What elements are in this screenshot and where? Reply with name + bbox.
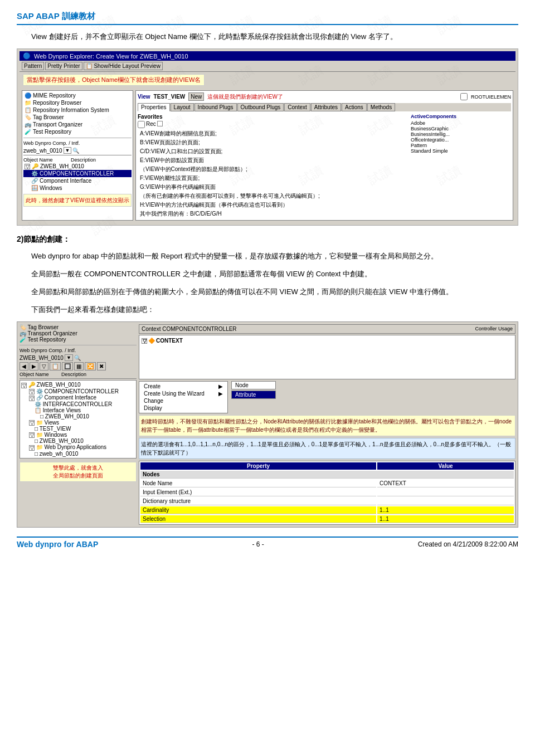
ss2-tree-tag[interactable]: 🏷️ Tag Browser (20, 324, 137, 330)
comp-dropdown[interactable]: ▼ (64, 147, 72, 154)
fav-check1[interactable] (138, 121, 145, 128)
ss2-wdapp[interactable]: □ zweb_wh_0010 (21, 451, 135, 457)
ss2-zweb-root[interactable]: ▽ 🔑 ZWEB_WH_0010 (21, 382, 135, 388)
toolbar-btn-showhide[interactable]: 📋 Show/Hide Layout Preview (84, 62, 163, 70)
fav-item-b: B:VIEW頁面設計的頁面; (138, 138, 408, 147)
obj-label: Object Name (23, 157, 53, 163)
favorites-title: Favorites (138, 114, 408, 120)
ss2-tb1[interactable]: ◀ (20, 362, 28, 370)
tree-tag[interactable]: 🏷️ Tag Browser (23, 114, 132, 121)
ss2-expand2[interactable]: ▽ (29, 389, 35, 394)
tab-inbound[interactable]: Inbound Plugs (194, 103, 237, 111)
toolbar-btn-pretty[interactable]: Pretty Printer (45, 62, 82, 70)
sub-wizard-attribute[interactable]: Attribute (232, 391, 275, 398)
tree-compintf[interactable]: 🔗 Component Interface (23, 177, 132, 184)
tab-attributes[interactable]: Attributes (311, 103, 341, 111)
comp-bizgraphic: BusinessGraphic (411, 126, 511, 131)
ss2-comp-row: ZWEB_WH_0010 ▼ 🔍 (20, 354, 137, 361)
context-root[interactable]: ▽ 🔶 CONTEXT (140, 336, 514, 345)
ss2-compctrl[interactable]: ▽ ⚙️ COMPONENTCONTROLLER (21, 388, 135, 394)
comp-label: Web Dynpro Comp. / Intf. (23, 140, 132, 146)
comp-row: zweb_wh_0010 ▼ 🔍 (23, 147, 132, 154)
menu-create-wizard[interactable]: Create Using the Wizard ▶ (140, 390, 226, 397)
prop-selection-val: 1..1 (377, 515, 514, 523)
ss2-right: Controller Usage Context COMPONENTCONTRO… (139, 324, 515, 525)
expand-icon[interactable]: ▽ (25, 164, 30, 169)
tab-properties[interactable]: Properties (138, 103, 170, 111)
ss2-zweb-win[interactable]: □ ZWEB_WH_0010 (21, 438, 135, 444)
rootuielem-checkbox[interactable] (460, 93, 468, 100)
ss2-testview[interactable]: □ TEST_VIEW (21, 426, 135, 432)
context-expand[interactable]: ▽ (142, 338, 147, 344)
ss2-intfviews[interactable]: 📋 Interface Views (21, 407, 135, 413)
favorites-panel: Favorites Rec A:VIEW創建時的相關信息頁面; B:VIEW頁面… (138, 114, 408, 218)
ss2-tree-test[interactable]: 🧪 Test Repository (20, 336, 137, 343)
ss2-desc-label: Description (61, 372, 86, 377)
sub-create-node[interactable]: Node (232, 382, 275, 389)
windows-icon: 🪟 (31, 185, 38, 191)
ss2-views[interactable]: ▽ 📁 Views (21, 420, 135, 426)
tab-actions[interactable]: Actions (342, 103, 367, 111)
menu-change-label: Change (144, 398, 163, 404)
tree-test[interactable]: 🧪 Test Repository (23, 128, 132, 135)
tree-zweb[interactable]: ▽ 🔑 ZWEB_WH_0010 (23, 163, 132, 170)
tree-mime[interactable]: 🔵 MIME Repository (23, 92, 132, 99)
ss2-tb3[interactable]: ▽ (40, 362, 48, 370)
ss2-comp-dropdown[interactable]: ▼ (65, 354, 73, 361)
ss2-toolbar-row: ◀ ▶ ▽ 📋 🔲 ▦ 🔀 ✖ (20, 362, 137, 370)
tree-repo[interactable]: 📁 Repository Browser (23, 99, 132, 106)
ss2-expand1[interactable]: ▽ (21, 383, 27, 388)
section2-text1: Web dynpro for abap 中的節點就和一般 Report 程式中的… (17, 250, 518, 262)
screenshot-1: 🔵 Web Dynpro Explorer: Create View for Z… (17, 48, 518, 226)
ss1-titlebar: 🔵 Web Dynpro Explorer: Create View for Z… (20, 51, 515, 61)
comp-search-icon[interactable]: 🔍 (72, 148, 79, 154)
menu-wizard-arrow: ▶ (218, 391, 223, 397)
ss2-tb7[interactable]: 🔀 (85, 362, 96, 370)
ss2-expand3[interactable]: ▽ (29, 396, 35, 401)
screenshot-2: 🏷️ Tag Browser 🚌 Transport Organizer 🧪 T… (17, 321, 518, 528)
tree-compctrl[interactable]: ⚙️ COMPONENTCONTROLLER (23, 170, 132, 177)
ss2-wdapps[interactable]: ▽ 📁 Web Dynpro Applications (21, 444, 135, 450)
view-new-btn[interactable]: New (188, 92, 204, 101)
footer-right: Created on 4/21/2009 8:22:00 AM (418, 540, 518, 548)
ss2-expand4[interactable]: ▽ (29, 420, 35, 426)
component-list: ActiveComponents Adobe BusinessGraphic B… (411, 114, 511, 218)
ss2-intfctrl[interactable]: ⚙️ INTERFACECONTROLLER (21, 401, 135, 407)
controller-usage-label: Controller Usage (475, 326, 513, 331)
col-property: Property (140, 462, 376, 470)
section2-text2: 全局節點一般在 COMPONENTCONTROLLER 之中創建，局部節點通常在… (17, 268, 518, 280)
ss1-body: 🔵 MIME Repository 📁 Repository Browser 📋… (20, 88, 515, 223)
ss2-tb6[interactable]: ▦ (74, 362, 84, 370)
ss2-compintf[interactable]: ▽ 🔗 Component Interface (21, 394, 135, 401)
ss2-windows[interactable]: ▽ 📁 Windows (21, 432, 135, 438)
ss2-intfviews-icon: 📋 (35, 407, 41, 413)
menu-display[interactable]: Display (140, 404, 226, 412)
rootuielem-label: ROOTUIELEMEN (471, 94, 511, 100)
tree-repoinfo[interactable]: 📋 Repository Information System (23, 106, 132, 114)
ss1-toolbar: Pattern Pretty Printer 📋 Show/Hide Layou… (20, 61, 515, 72)
menu-create[interactable]: Create ▶ (140, 383, 226, 390)
ss2-expand6[interactable]: ▽ (29, 445, 35, 451)
ss2-tree-transport[interactable]: 🚌 Transport Organizer (20, 330, 137, 336)
context-menu-area: Create ▶ Create Using the Wizard ▶ Chang… (139, 381, 515, 413)
section2-heading: 2)節點的創建： (17, 235, 518, 245)
page: SAP ABAP 訓練教材 View 創建好后，并不會立即顯示在 Object … (0, 0, 535, 560)
ss2-zweb2[interactable]: □ ZWEB_WH_0010 (21, 413, 135, 420)
tab-outbound[interactable]: Outbound Plugs (237, 103, 284, 111)
tab-layout[interactable]: Layout (171, 103, 194, 111)
prop-cardinality: Cardinality (140, 506, 376, 514)
tree-transport[interactable]: 🚌 Transport Organizer (23, 121, 132, 128)
ss1-title: Web Dynpro Explorer: Create View for ZWE… (34, 53, 188, 60)
menu-change[interactable]: Change (140, 397, 226, 404)
tab-context[interactable]: Context (284, 103, 310, 111)
ss2-comp-search[interactable]: 🔍 (74, 355, 81, 361)
ss2-tb8[interactable]: ✖ (97, 362, 106, 370)
ss2-tb4[interactable]: 📋 (50, 362, 61, 370)
tab-methods[interactable]: Methods (367, 103, 395, 111)
tree-windows[interactable]: 🪟 Windows (23, 184, 132, 192)
ss2-expand5[interactable]: ▽ (29, 432, 35, 438)
ss2-tb2[interactable]: ▶ (30, 362, 38, 370)
prop-input-ext-val (377, 489, 514, 496)
ss2-tb5[interactable]: 🔲 (62, 362, 73, 370)
toolbar-btn-pattern[interactable]: Pattern (22, 62, 44, 70)
